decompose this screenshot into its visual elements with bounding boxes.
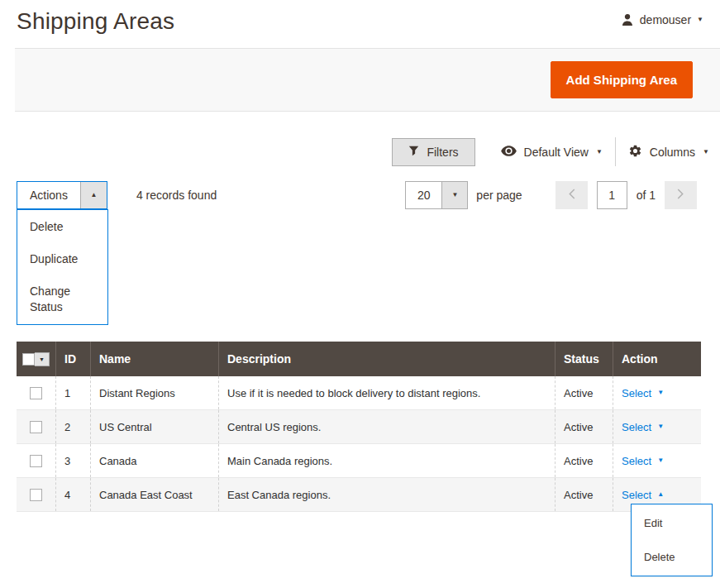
row-checkbox-cell	[17, 410, 56, 443]
chevron-right-icon	[677, 189, 684, 202]
cell-action: Select ▲ Edit Delete	[613, 478, 701, 511]
user-icon	[621, 13, 634, 26]
gear-icon	[628, 144, 642, 160]
row-action-menu-item-delete[interactable]: Delete	[632, 540, 712, 574]
caret-down-icon: ▼	[697, 17, 703, 23]
row-checkbox[interactable]	[30, 387, 42, 399]
account-username: demouser	[640, 13, 691, 26]
cell-status: Active	[555, 376, 613, 409]
filter-icon	[408, 146, 419, 159]
row-checkbox[interactable]	[30, 421, 42, 433]
cell-description: Main Canada regions.	[219, 444, 555, 477]
select-all-widget: ▼	[22, 352, 50, 366]
cell-status: Active	[555, 410, 613, 443]
shipping-areas-page: Shipping Areas demouser ▼ Add Shipping A…	[0, 0, 720, 588]
per-page-value: 20	[406, 182, 441, 208]
cell-action: Select ▼	[613, 410, 701, 443]
cell-id: 3	[56, 444, 91, 477]
filters-label: Filters	[427, 146, 458, 159]
caret-up-icon: ▲	[657, 491, 664, 498]
actions-button-label: Actions	[17, 182, 80, 208]
actions-menu-item-delete[interactable]: Delete	[17, 211, 107, 243]
records-found-text: 4 records found	[136, 189, 217, 202]
caret-down-icon: ▼	[657, 423, 664, 430]
caret-up-icon: ▲	[90, 192, 97, 198]
select-all-header-cell: ▼	[17, 342, 56, 376]
eye-icon	[501, 146, 517, 159]
table-row: 3 Canada Main Canada regions. Active Sel…	[17, 444, 701, 478]
cell-id: 4	[56, 478, 91, 511]
grid-controls-row: Actions ▲ Delete Duplicate Change Status…	[0, 181, 720, 209]
next-page-button[interactable]	[665, 181, 697, 209]
columns-label: Columns	[650, 146, 695, 159]
cell-description: Central US regions.	[219, 410, 555, 443]
actions-dropdown-menu: Delete Duplicate Change Status	[17, 209, 108, 325]
column-header-status[interactable]: Status	[555, 342, 613, 376]
current-page-input[interactable]	[597, 181, 627, 209]
cell-action: Select ▼	[613, 376, 701, 409]
cell-name: Canada East Coast	[91, 478, 219, 511]
actions-menu-item-duplicate[interactable]: Duplicate	[17, 243, 107, 275]
caret-down-icon: ▼	[657, 390, 664, 396]
actions-caret-button[interactable]: ▲	[80, 182, 107, 208]
row-select-label: Select	[622, 387, 651, 399]
cell-status: Active	[555, 478, 613, 511]
mass-actions: Actions ▲ Delete Duplicate Change Status	[17, 181, 107, 209]
row-checkbox-cell	[17, 444, 56, 477]
row-select-label: Select	[622, 489, 651, 501]
caret-down-icon: ▼	[39, 356, 45, 362]
cell-name: US Central	[91, 410, 219, 443]
cell-description: Use if it is needed to block delivery to…	[219, 376, 555, 409]
column-header-name[interactable]: Name	[91, 342, 219, 376]
row-checkbox[interactable]	[30, 455, 42, 467]
view-selector[interactable]: Default View ▼	[501, 146, 603, 159]
filters-button[interactable]: Filters	[392, 138, 474, 166]
row-select-link[interactable]: Select ▼	[622, 455, 664, 467]
select-all-caret-button[interactable]: ▼	[35, 352, 50, 366]
actions-menu-item-change-status[interactable]: Change Status	[17, 275, 107, 323]
columns-selector[interactable]: Columns ▼	[628, 144, 709, 160]
account-menu[interactable]: demouser ▼	[621, 13, 703, 26]
cell-action: Select ▼	[613, 444, 701, 477]
cell-id: 1	[56, 376, 91, 409]
page-actions-band: Add Shipping Area	[15, 48, 720, 112]
per-page-control: 20 ▼ per page	[405, 181, 522, 209]
actions-button[interactable]: Actions ▲	[17, 181, 107, 209]
toolbar-divider	[615, 137, 616, 166]
caret-down-icon: ▼	[451, 192, 458, 198]
column-header-id[interactable]: ID	[56, 342, 91, 376]
page-title: Shipping Areas	[17, 8, 174, 35]
cell-id: 2	[56, 410, 91, 443]
previous-page-button[interactable]	[555, 181, 588, 209]
row-select-link[interactable]: Select ▼	[622, 387, 664, 399]
row-checkbox-cell	[17, 478, 56, 511]
per-page-caret-button[interactable]: ▼	[441, 182, 467, 208]
page-header: Shipping Areas demouser ▼	[0, 0, 720, 40]
row-checkbox[interactable]	[30, 489, 42, 501]
caret-down-icon: ▼	[703, 149, 709, 155]
cell-name: Distant Regions	[91, 376, 219, 409]
column-header-action: Action	[613, 342, 701, 376]
table-row: 1 Distant Regions Use if it is needed to…	[17, 376, 701, 410]
cell-description: East Canada regions.	[219, 478, 555, 511]
row-action-dropdown-menu: Edit Delete	[631, 504, 713, 576]
table-row: 4 Canada East Coast East Canada regions.…	[17, 478, 701, 512]
column-header-description[interactable]: Description	[219, 342, 555, 376]
row-select-link[interactable]: Select ▼	[622, 421, 664, 433]
total-pages-label: of 1	[637, 189, 656, 202]
row-action-menu-item-edit[interactable]: Edit	[632, 506, 712, 540]
row-checkbox-cell	[17, 376, 56, 409]
row-select-link[interactable]: Select ▲	[622, 489, 664, 501]
cell-status: Active	[555, 444, 613, 477]
add-shipping-area-button[interactable]: Add Shipping Area	[551, 61, 693, 98]
chevron-left-icon	[568, 189, 575, 202]
pagination: of 1	[555, 181, 697, 209]
shipping-areas-table: ▼ ID Name Description Status Action 1 Di…	[17, 342, 701, 512]
per-page-select[interactable]: 20 ▼	[405, 181, 468, 209]
cell-name: Canada	[91, 444, 219, 477]
caret-down-icon: ▼	[657, 457, 664, 464]
select-all-checkbox[interactable]	[22, 353, 35, 366]
table-header-row: ▼ ID Name Description Status Action	[17, 342, 701, 376]
caret-down-icon: ▼	[596, 149, 603, 155]
row-select-label: Select	[622, 421, 651, 433]
